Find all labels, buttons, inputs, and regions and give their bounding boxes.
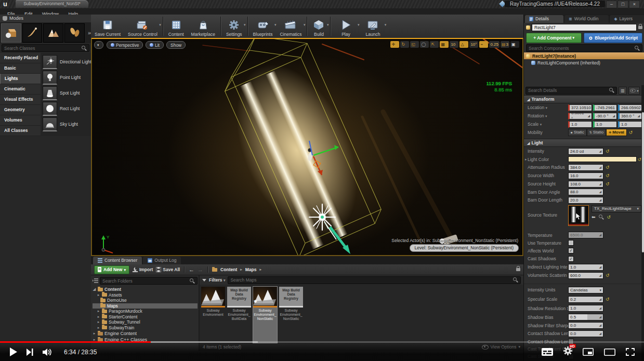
dropdown-caret-icon[interactable]: ▾: [304, 23, 306, 27]
scale-z-field[interactable]: 1.0: [618, 121, 642, 128]
component-rectlight7-instance[interactable]: RectLight7(Instance): [524, 52, 644, 59]
indirect-lighting-field[interactable]: 1.0◢: [568, 264, 603, 271]
marketplace-button[interactable]: Marketplace: [188, 15, 219, 38]
list-item-point-light[interactable]: Point Light: [41, 70, 91, 85]
scale-tool-button[interactable]: ◱: [410, 41, 419, 48]
asset-tile-builtdata[interactable]: Map Build Data Registry Subway Environme…: [227, 287, 251, 343]
temperature-field[interactable]: 6500.0◢: [568, 232, 603, 238]
actor-name-field[interactable]: RectLight7: [532, 24, 637, 31]
category-cinematic[interactable]: Cinematic: [0, 84, 41, 95]
category-geometry[interactable]: Geometry: [0, 105, 41, 115]
back-button[interactable]: ←: [189, 266, 194, 273]
category-lights[interactable]: Lights: [0, 74, 41, 84]
mobility-static[interactable]: ■Static: [568, 129, 587, 136]
mobility-stationary[interactable]: ⇅Statio: [587, 129, 607, 136]
reset-source-width-icon[interactable]: ↺: [606, 173, 610, 178]
content-button[interactable]: Content: [165, 15, 188, 38]
tab-content-browser[interactable]: Content Browser: [93, 257, 142, 264]
location-y-field[interactable]: -745.2961: [593, 104, 617, 111]
location-z-field[interactable]: 266.05902: [618, 104, 642, 111]
maximize-button[interactable]: □: [617, 1, 628, 8]
subtitles-button[interactable]: [542, 348, 553, 356]
use-selected-asset-icon[interactable]: ⬅: [592, 215, 596, 220]
scale-x-field[interactable]: 1.0: [568, 121, 592, 128]
attenuation-radius-field[interactable]: 384.0◢: [568, 164, 603, 171]
volume-button[interactable]: [43, 349, 52, 356]
level-name-pill[interactable]: Level: SubwayEnvironment_NonStatic (Pers…: [410, 244, 519, 252]
barn-door-angle-field[interactable]: 88.0◢: [568, 189, 603, 195]
grid-snap-button[interactable]: ▦: [440, 41, 449, 48]
viewport-options-dropdown[interactable]: ▾: [94, 41, 103, 49]
add-new-button[interactable]: Add New▾: [94, 265, 129, 274]
world-local-toggle[interactable]: ◯: [420, 41, 429, 48]
breadcrumb-maps[interactable]: Maps: [245, 267, 257, 272]
fullscreen-button[interactable]: [626, 348, 635, 356]
location-label[interactable]: Location ▾: [528, 105, 568, 110]
reset-source-height-icon[interactable]: ↺: [606, 181, 610, 186]
component-rectlightcomponent[interactable]: RectLightComponent (Inherited): [524, 59, 644, 66]
scale-y-field[interactable]: 1.0: [593, 121, 617, 128]
dropdown-caret-icon[interactable]: ▾: [327, 23, 329, 27]
source-width-field[interactable]: 16.0◢: [568, 172, 603, 179]
minimize-button[interactable]: –: [606, 1, 617, 8]
source-control-button[interactable]: Source Control ▾: [124, 15, 161, 38]
mode-tab-foliage[interactable]: [64, 23, 85, 43]
tab-output-log[interactable]: Output Log: [143, 257, 181, 264]
category-volumes[interactable]: Volumes: [0, 115, 41, 126]
breadcrumb-content[interactable]: Content: [220, 267, 237, 272]
modes-panel-header[interactable]: Modes: [0, 15, 91, 22]
tree-item-maps[interactable]: Maps: [93, 303, 198, 309]
source-texture-dropdown[interactable]: TX_RectLightShape▾: [592, 205, 641, 212]
dropdown-caret-icon[interactable]: ▾: [385, 23, 387, 27]
sources-panel-icon[interactable]: [93, 278, 98, 283]
mode-tab-paint[interactable]: [22, 23, 43, 43]
reset-volumetric-icon[interactable]: ↺: [606, 273, 610, 278]
tab-details[interactable]: Details: [525, 15, 563, 23]
list-item-directional-light[interactable]: Directional Light: [41, 54, 91, 70]
scale-snap-button[interactable]: ⌁: [479, 41, 488, 48]
search-folders-input[interactable]: Search Folders: [100, 277, 198, 285]
rotation-snap-button[interactable]: △: [459, 41, 468, 48]
volumetric-scattering-field[interactable]: 600.0◢: [568, 272, 603, 279]
category-basic[interactable]: Basic: [0, 63, 41, 74]
lock-content-browser-icon[interactable]: [516, 268, 520, 271]
use-temperature-checkbox[interactable]: [568, 240, 574, 246]
specular-scale-field[interactable]: 0.2◢: [568, 296, 603, 303]
settings-button[interactable]: Settings ▾: [222, 15, 246, 38]
level-viewport[interactable]: Y ▾ Perspective Lit Show ✛ ↻ ◱ ◯ ⇱ ▦ 10 …: [91, 38, 523, 256]
shadow-bias-slider[interactable]: 0.5◢: [568, 314, 603, 320]
source-height-field[interactable]: 108.0◢: [568, 181, 603, 188]
tree-item-startercontent[interactable]: ▸StarterContent: [93, 314, 198, 320]
search-components-input[interactable]: Search Components: [526, 44, 642, 52]
mobility-movable[interactable]: ✛Moval: [606, 129, 627, 136]
blueprints-button[interactable]: Blueprints ▾: [249, 15, 277, 38]
close-button[interactable]: ×: [629, 1, 640, 8]
mode-tab-landscape[interactable]: [43, 23, 63, 43]
lock-details-icon[interactable]: [638, 26, 642, 29]
dropdown-caret-icon[interactable]: ▾: [244, 23, 246, 27]
tab-world-outliner[interactable]: ≣ World Outlin: [564, 15, 609, 23]
browse-to-asset-icon[interactable]: [599, 215, 604, 220]
theater-mode-button[interactable]: [604, 349, 615, 356]
search-details-input[interactable]: Search Details: [525, 87, 617, 95]
asset-tile-subway-environment[interactable]: Subway Environment: [201, 287, 225, 343]
transform-section-header[interactable]: ◢Transform: [524, 95, 641, 103]
scale-snap-value[interactable]: 0.25: [489, 41, 500, 48]
light-color-swatch[interactable]: [568, 156, 637, 162]
list-item-spot-light[interactable]: Spot Light: [41, 85, 91, 101]
blueprint-add-script-button[interactable]: Blueprint/Add Script: [584, 33, 642, 43]
launch-button[interactable]: Launch ▾: [359, 15, 386, 38]
property-matrix-button[interactable]: ▥: [619, 87, 627, 95]
asset-tile-nonstatic-selected[interactable]: ✱ Subway Environment_ NonStatic: [253, 287, 277, 343]
search-assets-input[interactable]: Search Maps: [228, 276, 521, 284]
display-filter-button[interactable]: ▾: [628, 87, 640, 95]
rotation-x-field[interactable]: 0.0001 °◢: [568, 113, 592, 119]
save-current-button[interactable]: Save Current: [91, 15, 124, 38]
list-item-rect-light[interactable]: Rect Light: [41, 101, 91, 116]
tree-item-demouse[interactable]: DemoUse: [93, 298, 198, 303]
source-texture-thumbnail[interactable]: [568, 205, 589, 226]
mobility-label[interactable]: Mobility: [528, 130, 568, 135]
asset-tile-nonstatic-registry[interactable]: Map Build Data Registry Subway Environme…: [279, 287, 303, 343]
filters-button[interactable]: Filters ▾: [209, 277, 225, 283]
list-item-sky-light[interactable]: Sky Light: [41, 116, 91, 132]
